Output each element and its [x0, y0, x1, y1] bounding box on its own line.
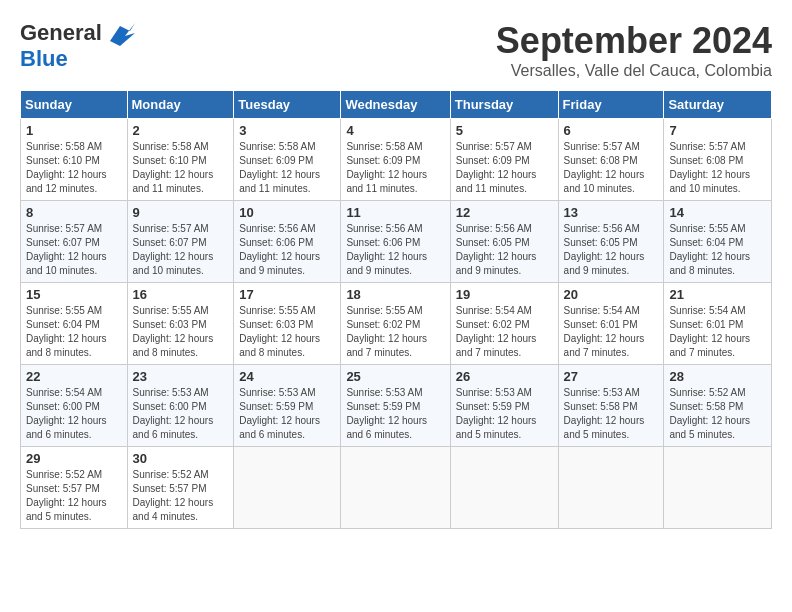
calendar-cell: 5Sunrise: 5:57 AMSunset: 6:09 PMDaylight… — [450, 119, 558, 201]
day-info: Sunrise: 5:57 AMSunset: 6:07 PMDaylight:… — [133, 222, 229, 278]
day-info: Sunrise: 5:57 AMSunset: 6:08 PMDaylight:… — [564, 140, 659, 196]
calendar-cell — [234, 447, 341, 529]
calendar-cell: 9Sunrise: 5:57 AMSunset: 6:07 PMDaylight… — [127, 201, 234, 283]
day-number: 30 — [133, 451, 229, 466]
calendar-cell: 28Sunrise: 5:52 AMSunset: 5:58 PMDayligh… — [664, 365, 772, 447]
day-info: Sunrise: 5:57 AMSunset: 6:09 PMDaylight:… — [456, 140, 553, 196]
calendar-cell: 19Sunrise: 5:54 AMSunset: 6:02 PMDayligh… — [450, 283, 558, 365]
weekday-header-monday: Monday — [127, 91, 234, 119]
day-info: Sunrise: 5:52 AMSunset: 5:58 PMDaylight:… — [669, 386, 766, 442]
day-number: 9 — [133, 205, 229, 220]
calendar-cell: 3Sunrise: 5:58 AMSunset: 6:09 PMDaylight… — [234, 119, 341, 201]
day-number: 3 — [239, 123, 335, 138]
title-section: September 2024 Versalles, Valle del Cauc… — [496, 20, 772, 80]
calendar-cell: 10Sunrise: 5:56 AMSunset: 6:06 PMDayligh… — [234, 201, 341, 283]
day-info: Sunrise: 5:54 AMSunset: 6:02 PMDaylight:… — [456, 304, 553, 360]
day-info: Sunrise: 5:58 AMSunset: 6:10 PMDaylight:… — [26, 140, 122, 196]
calendar-cell: 1Sunrise: 5:58 AMSunset: 6:10 PMDaylight… — [21, 119, 128, 201]
day-number: 14 — [669, 205, 766, 220]
weekday-header-row: SundayMondayTuesdayWednesdayThursdayFrid… — [21, 91, 772, 119]
svg-marker-0 — [110, 23, 135, 46]
day-number: 26 — [456, 369, 553, 384]
day-info: Sunrise: 5:56 AMSunset: 6:05 PMDaylight:… — [564, 222, 659, 278]
day-info: Sunrise: 5:55 AMSunset: 6:02 PMDaylight:… — [346, 304, 444, 360]
day-info: Sunrise: 5:55 AMSunset: 6:03 PMDaylight:… — [133, 304, 229, 360]
day-number: 29 — [26, 451, 122, 466]
day-number: 27 — [564, 369, 659, 384]
calendar-week-2: 8Sunrise: 5:57 AMSunset: 6:07 PMDaylight… — [21, 201, 772, 283]
day-number: 25 — [346, 369, 444, 384]
weekday-header-sunday: Sunday — [21, 91, 128, 119]
day-info: Sunrise: 5:53 AMSunset: 5:58 PMDaylight:… — [564, 386, 659, 442]
day-number: 23 — [133, 369, 229, 384]
weekday-header-tuesday: Tuesday — [234, 91, 341, 119]
day-number: 17 — [239, 287, 335, 302]
calendar-cell: 24Sunrise: 5:53 AMSunset: 5:59 PMDayligh… — [234, 365, 341, 447]
day-info: Sunrise: 5:54 AMSunset: 6:01 PMDaylight:… — [564, 304, 659, 360]
calendar-week-5: 29Sunrise: 5:52 AMSunset: 5:57 PMDayligh… — [21, 447, 772, 529]
day-info: Sunrise: 5:56 AMSunset: 6:06 PMDaylight:… — [346, 222, 444, 278]
day-info: Sunrise: 5:54 AMSunset: 6:00 PMDaylight:… — [26, 386, 122, 442]
weekday-header-friday: Friday — [558, 91, 664, 119]
calendar-cell: 8Sunrise: 5:57 AMSunset: 6:07 PMDaylight… — [21, 201, 128, 283]
location-text: Versalles, Valle del Cauca, Colombia — [496, 62, 772, 80]
day-info: Sunrise: 5:52 AMSunset: 5:57 PMDaylight:… — [26, 468, 122, 524]
day-number: 7 — [669, 123, 766, 138]
day-number: 22 — [26, 369, 122, 384]
day-number: 1 — [26, 123, 122, 138]
calendar-week-3: 15Sunrise: 5:55 AMSunset: 6:04 PMDayligh… — [21, 283, 772, 365]
logo: General Blue — [20, 20, 135, 72]
calendar-cell: 2Sunrise: 5:58 AMSunset: 6:10 PMDaylight… — [127, 119, 234, 201]
day-number: 24 — [239, 369, 335, 384]
weekday-header-saturday: Saturday — [664, 91, 772, 119]
day-number: 6 — [564, 123, 659, 138]
day-number: 28 — [669, 369, 766, 384]
day-info: Sunrise: 5:56 AMSunset: 6:05 PMDaylight:… — [456, 222, 553, 278]
logo-general-text: General — [20, 20, 102, 46]
day-number: 20 — [564, 287, 659, 302]
day-number: 4 — [346, 123, 444, 138]
day-info: Sunrise: 5:53 AMSunset: 6:00 PMDaylight:… — [133, 386, 229, 442]
weekday-header-thursday: Thursday — [450, 91, 558, 119]
calendar-cell: 20Sunrise: 5:54 AMSunset: 6:01 PMDayligh… — [558, 283, 664, 365]
day-number: 2 — [133, 123, 229, 138]
day-number: 5 — [456, 123, 553, 138]
calendar-cell: 30Sunrise: 5:52 AMSunset: 5:57 PMDayligh… — [127, 447, 234, 529]
day-info: Sunrise: 5:52 AMSunset: 5:57 PMDaylight:… — [133, 468, 229, 524]
day-info: Sunrise: 5:53 AMSunset: 5:59 PMDaylight:… — [456, 386, 553, 442]
day-number: 11 — [346, 205, 444, 220]
day-info: Sunrise: 5:58 AMSunset: 6:10 PMDaylight:… — [133, 140, 229, 196]
day-info: Sunrise: 5:55 AMSunset: 6:04 PMDaylight:… — [669, 222, 766, 278]
calendar-cell: 26Sunrise: 5:53 AMSunset: 5:59 PMDayligh… — [450, 365, 558, 447]
logo-bird-icon — [105, 21, 135, 46]
calendar-cell: 25Sunrise: 5:53 AMSunset: 5:59 PMDayligh… — [341, 365, 450, 447]
day-number: 21 — [669, 287, 766, 302]
day-number: 19 — [456, 287, 553, 302]
calendar-cell: 18Sunrise: 5:55 AMSunset: 6:02 PMDayligh… — [341, 283, 450, 365]
day-number: 18 — [346, 287, 444, 302]
calendar-cell: 11Sunrise: 5:56 AMSunset: 6:06 PMDayligh… — [341, 201, 450, 283]
calendar-cell — [450, 447, 558, 529]
calendar-cell — [341, 447, 450, 529]
calendar-cell: 29Sunrise: 5:52 AMSunset: 5:57 PMDayligh… — [21, 447, 128, 529]
day-number: 8 — [26, 205, 122, 220]
day-number: 10 — [239, 205, 335, 220]
calendar-cell: 14Sunrise: 5:55 AMSunset: 6:04 PMDayligh… — [664, 201, 772, 283]
calendar-cell: 7Sunrise: 5:57 AMSunset: 6:08 PMDaylight… — [664, 119, 772, 201]
day-number: 12 — [456, 205, 553, 220]
page-header: General Blue September 2024 Versalles, V… — [20, 20, 772, 80]
calendar-cell: 13Sunrise: 5:56 AMSunset: 6:05 PMDayligh… — [558, 201, 664, 283]
day-number: 15 — [26, 287, 122, 302]
calendar-week-4: 22Sunrise: 5:54 AMSunset: 6:00 PMDayligh… — [21, 365, 772, 447]
calendar-table: SundayMondayTuesdayWednesdayThursdayFrid… — [20, 90, 772, 529]
calendar-cell — [664, 447, 772, 529]
weekday-header-wednesday: Wednesday — [341, 91, 450, 119]
calendar-cell: 12Sunrise: 5:56 AMSunset: 6:05 PMDayligh… — [450, 201, 558, 283]
month-title: September 2024 — [496, 20, 772, 62]
day-number: 16 — [133, 287, 229, 302]
calendar-cell: 23Sunrise: 5:53 AMSunset: 6:00 PMDayligh… — [127, 365, 234, 447]
calendar-cell: 17Sunrise: 5:55 AMSunset: 6:03 PMDayligh… — [234, 283, 341, 365]
day-info: Sunrise: 5:53 AMSunset: 5:59 PMDaylight:… — [239, 386, 335, 442]
day-info: Sunrise: 5:55 AMSunset: 6:03 PMDaylight:… — [239, 304, 335, 360]
day-info: Sunrise: 5:57 AMSunset: 6:08 PMDaylight:… — [669, 140, 766, 196]
